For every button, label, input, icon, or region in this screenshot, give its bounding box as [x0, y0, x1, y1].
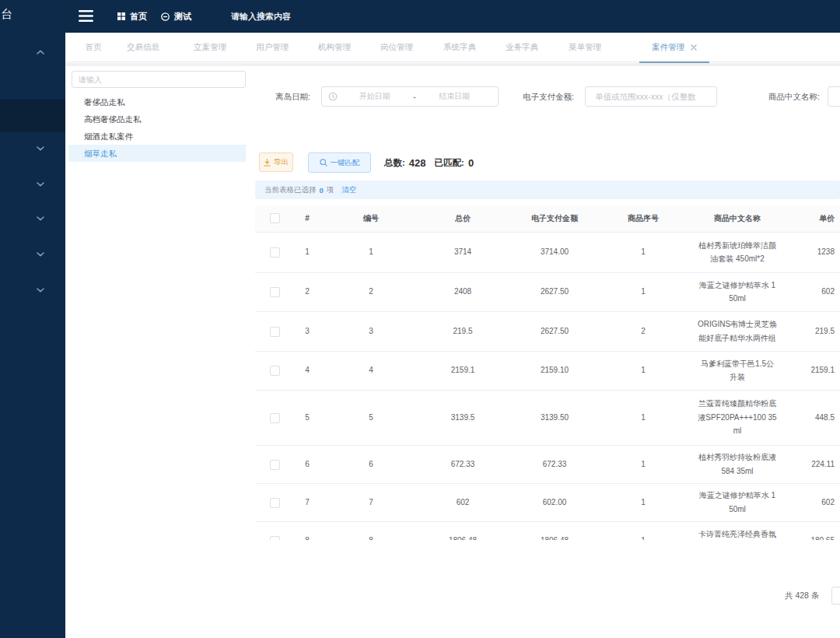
col-header-1: # [294, 205, 320, 232]
cell-epay: 2159.10 [504, 351, 605, 390]
select-all-checkbox[interactable] [270, 213, 280, 223]
cell-serial: 1 [605, 351, 681, 390]
cell-name: 海蓝之谜修护精萃水 150ml [681, 272, 793, 311]
topbar-test-label: 测试 [174, 11, 191, 23]
cell-index: 2 [294, 272, 320, 311]
tab-9[interactable]: 菜单管理 [561, 33, 609, 62]
row-checkbox[interactable] [270, 247, 280, 258]
tree-search-input[interactable] [72, 71, 246, 88]
topbar-nav-home[interactable]: 首页 [117, 0, 147, 33]
amount-filter-input-wrap [585, 86, 717, 107]
one-key-match-button[interactable]: 一键匹配 [308, 152, 371, 173]
topbar-search-input[interactable]: 请输入搜索内容 [231, 0, 291, 33]
cell-total: 2159.1 [422, 351, 504, 390]
topbar-home-label: 首页 [130, 11, 147, 23]
cell-name: 卡诗菁纯亮泽经典香氛发油 100ml [681, 521, 793, 540]
col-header-3: 总价 [422, 205, 504, 232]
date-range-input[interactable]: 开始日期 - 结束日期 [321, 86, 499, 107]
table-row: 2224082627.501海蓝之谜修护精萃水 150ml602 [255, 272, 840, 311]
clear-selection-link[interactable]: 清空 [341, 185, 356, 195]
row-checkbox[interactable] [270, 536, 280, 540]
chevron-down-icon [37, 146, 44, 151]
sidebar-item[interactable] [0, 239, 65, 270]
cell-total: 2408 [422, 272, 504, 311]
tree-item-1[interactable]: 奢侈品走私 [68, 93, 246, 110]
sidebar-item[interactable] [0, 37, 65, 68]
tab-1[interactable]: 首页 [75, 33, 112, 62]
cell-select [255, 390, 294, 445]
tab-4[interactable]: 用户管理 [248, 33, 296, 62]
tab-3[interactable]: 立案管理 [186, 33, 234, 62]
cell-name: 植村秀新琥珀蜂萃洁颜油套装 450ml*2 [681, 232, 793, 272]
cell-index: 5 [294, 390, 320, 445]
row-checkbox[interactable] [270, 327, 280, 337]
search-icon [320, 159, 327, 167]
cell-select [255, 232, 294, 272]
cell-name: 植村秀羽纱持妆粉底液 584 35ml [681, 445, 793, 483]
cell-price: 602 [793, 272, 840, 311]
topbar-search-placeholder: 请输入搜索内容 [231, 11, 291, 23]
cell-price: 180.65 [793, 521, 840, 540]
sidebar-item[interactable] [0, 275, 65, 306]
cell-index: 6 [294, 445, 320, 483]
cell-index: 7 [294, 483, 320, 521]
col-header-2: 编号 [320, 205, 422, 232]
tab-2[interactable]: 交易信息 [119, 33, 167, 62]
row-checkbox[interactable] [270, 498, 280, 508]
cell-no: 3 [320, 311, 422, 351]
table-row: 66672.33672.331植村秀羽纱持妆粉底液 584 35ml224.11 [255, 445, 840, 483]
sidebar-item[interactable] [0, 203, 65, 234]
table-row: 442159.12159.101马爹利蓝带干邑1.5公升装2159.1 [255, 351, 840, 390]
row-checkbox[interactable] [270, 287, 280, 297]
amount-filter-label: 电子支付金额: [523, 86, 574, 107]
tab-6[interactable]: 岗位管理 [373, 33, 421, 62]
tab-label: 首页 [86, 42, 102, 53]
topbar-nav-test[interactable]: 测试 [161, 0, 191, 33]
tree-item-4[interactable]: 烟草走私 [68, 145, 246, 162]
tree-item-3[interactable]: 烟酒走私案件 [68, 128, 246, 145]
clock-icon [328, 92, 338, 101]
tab-5[interactable]: 机构管理 [310, 33, 359, 62]
date-start-placeholder: 开始日期 [338, 91, 411, 102]
tab-close-icon[interactable] [691, 44, 697, 51]
tab-label: 案件管理 [652, 42, 684, 53]
page-size-select[interactable] [831, 587, 840, 605]
col-header-5: 商品序号 [605, 205, 681, 232]
name-filter-input[interactable] [828, 87, 840, 106]
cell-total: 1806.48 [422, 521, 504, 540]
cell-price: 2159.1 [793, 351, 840, 390]
hamburger-icon[interactable] [79, 9, 93, 23]
name-filter-label: 商品中文名称: [768, 86, 820, 107]
date-separator: - [411, 93, 417, 101]
sidebar-item-active[interactable] [0, 100, 65, 132]
cell-serial: 1 [605, 521, 681, 540]
row-checkbox[interactable] [270, 413, 280, 423]
tab-10[interactable]: 案件管理 [639, 33, 709, 62]
cell-select [255, 445, 294, 483]
row-checkbox[interactable] [270, 460, 280, 470]
sidebar-item[interactable] [0, 133, 65, 164]
export-button[interactable]: 导出 [259, 152, 293, 172]
tree-item-2[interactable]: 高档奢侈品走私 [68, 110, 246, 128]
cell-no: 2 [320, 272, 422, 311]
tags-bar: 首页交易信息立案管理用户管理机构管理岗位管理系统字典业务字典菜单管理案件管理 [65, 33, 840, 62]
cell-index: 8 [294, 521, 320, 540]
selection-alert-suffix: 项 [327, 185, 334, 195]
row-checkbox[interactable] [270, 366, 280, 376]
amount-filter-input[interactable] [586, 87, 716, 106]
tab-label: 岗位管理 [380, 42, 413, 53]
tab-7[interactable]: 系统字典 [436, 33, 484, 62]
sidebar-item[interactable] [0, 169, 65, 200]
cell-total: 602 [422, 483, 504, 521]
tab-8[interactable]: 业务字典 [498, 33, 546, 62]
cell-price: 448.5 [793, 390, 840, 445]
cell-epay: 2627.50 [504, 311, 605, 351]
cell-index: 1 [294, 232, 320, 272]
cell-serial: 1 [605, 390, 681, 445]
cell-serial: 2 [605, 311, 681, 351]
date-filter-label: 离岛日期: [275, 86, 310, 107]
selection-count: 0 [320, 186, 324, 195]
table-row: 553139.53139.501兰蔻菁纯臻颜精华粉底液SPF20PA+++100… [255, 390, 840, 445]
tree-panel: 奢侈品走私高档奢侈品走私烟酒走私案件烟草走私 [68, 66, 246, 634]
col-header-6: 商品中文名称 [681, 205, 793, 232]
